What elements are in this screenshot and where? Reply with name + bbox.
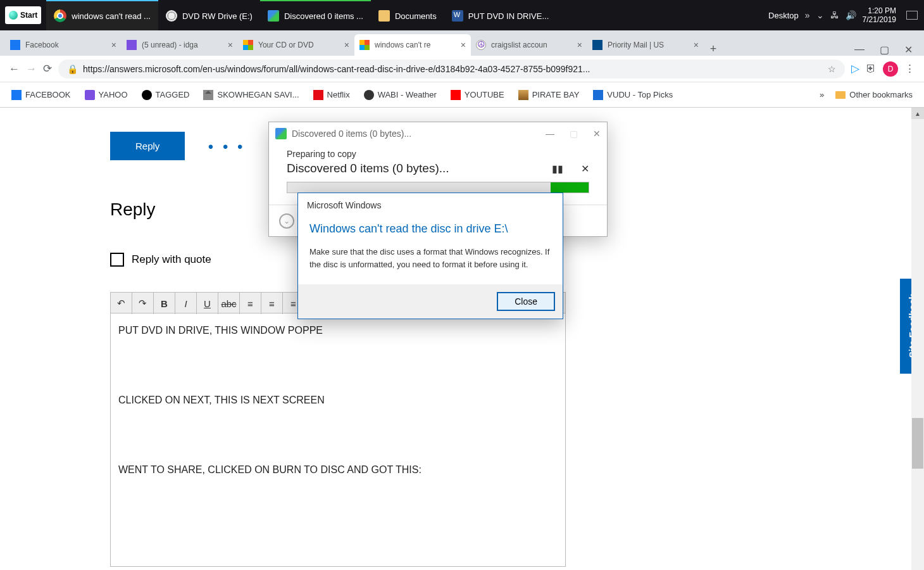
bookmark-vudu[interactable]: VUDU - Top Picks: [593, 90, 673, 100]
dialog-titlebar[interactable]: Microsoft Windows: [298, 193, 563, 217]
taskbar-item-word[interactable]: PUT DVD IN DRIVE...: [444, 0, 557, 30]
align-center-button[interactable]: ≡: [261, 293, 283, 314]
error-dialog: Microsoft Windows Windows can't read the…: [297, 193, 563, 319]
bold-button[interactable]: B: [154, 293, 175, 314]
italic-button[interactable]: I: [175, 293, 197, 314]
close-button[interactable]: Close: [497, 292, 555, 311]
url-input[interactable]: 🔒 https://answers.microsoft.com/en-us/wi…: [58, 60, 845, 79]
tab-usps[interactable]: Priority Mail | US×: [587, 34, 704, 56]
close-icon[interactable]: ✕: [904, 44, 913, 56]
youtube-icon: [451, 90, 461, 100]
bookmark-label: FACEBOOK: [25, 90, 71, 99]
taskbar-item-documents[interactable]: Documents: [371, 0, 444, 30]
menu-icon[interactable]: ⋮: [904, 62, 915, 75]
tab-windows-cant-read[interactable]: windows can't re×: [354, 34, 471, 56]
editor-line: WENT TO SHARE, CLICKED ON BURN TO DISC A…: [118, 464, 558, 476]
extension-icon[interactable]: ▷: [851, 62, 859, 75]
taskbar-item-dvd[interactable]: DVD RW Drive (E:): [158, 0, 260, 30]
desktop-toolbar[interactable]: Desktop: [768, 11, 799, 20]
tab-label: craigslist accoun: [491, 41, 547, 49]
close-icon[interactable]: ×: [111, 40, 116, 50]
cancel-button[interactable]: ✕: [581, 163, 589, 175]
forward-button: →: [26, 63, 37, 75]
close-icon[interactable]: ×: [694, 40, 699, 50]
facebook-icon: [10, 40, 20, 50]
tab-craigslist[interactable]: craigslist accoun×: [471, 34, 587, 56]
reply-button[interactable]: Reply: [110, 132, 185, 160]
other-bookmarks[interactable]: Other bookmarks: [835, 90, 913, 99]
bookmark-label: YOUTUBE: [465, 90, 504, 99]
chevron-icon[interactable]: »: [805, 10, 810, 20]
more-actions-button[interactable]: • • •: [208, 138, 246, 155]
bookmark-tagged[interactable]: TAGGED: [142, 90, 190, 100]
netflix-icon: [313, 90, 323, 100]
align-left-button[interactable]: ≡: [240, 293, 261, 314]
bookmark-youtube[interactable]: YOUTUBE: [451, 90, 504, 100]
folder-icon: [835, 91, 846, 99]
tab-facebook[interactable]: Facebook×: [5, 34, 122, 56]
minimize-icon[interactable]: —: [546, 129, 554, 139]
bookmark-overflow-icon[interactable]: »: [820, 90, 824, 99]
close-icon[interactable]: ×: [577, 40, 582, 50]
bookmark-facebook[interactable]: FACEBOOK: [11, 90, 71, 100]
taskbar-label: DVD RW Drive (E:): [182, 11, 253, 21]
chrome-tab-strip: Facebook× (5 unread) - idga× Your CD or …: [0, 30, 924, 56]
editor-textarea[interactable]: PUT DVD IN DRIVE, THIS WINDOW POPPE CLIC…: [110, 314, 566, 567]
reload-button[interactable]: ⟳: [43, 62, 52, 75]
taskbar-item-copy[interactable]: Discovered 0 items ...: [260, 0, 371, 30]
copy-icon: [275, 128, 287, 139]
folder-icon: [378, 10, 390, 22]
tab-label: Facebook: [25, 41, 59, 49]
tab-cddvd[interactable]: Your CD or DVD×: [238, 34, 354, 56]
undo-button[interactable]: ↶: [111, 293, 132, 314]
maximize-icon: ▢: [570, 129, 578, 139]
bookmark-label: WABI - Weather: [378, 90, 437, 99]
scroll-up-button[interactable]: ▲: [911, 108, 924, 119]
volume-icon[interactable]: 🔊: [846, 10, 856, 20]
bookmarks-bar: FACEBOOK YAHOO TAGGED SKOWHEGAN SAVI... …: [0, 82, 924, 108]
chrome-address-bar: ← → ⟳ 🔒 https://answers.microsoft.com/en…: [0, 56, 924, 82]
vertical-scrollbar[interactable]: ▲: [911, 108, 924, 570]
bookmark-wabi[interactable]: WABI - Weather: [364, 90, 437, 100]
checkbox-icon[interactable]: [110, 253, 124, 267]
system-tray: Desktop » ⌄ 🖧 🔊 1:20 PM7/21/2019: [768, 6, 924, 25]
bookmark-netflix[interactable]: Netflix: [313, 90, 350, 100]
close-icon[interactable]: ×: [461, 40, 466, 50]
maximize-icon[interactable]: ▢: [880, 44, 889, 56]
start-button[interactable]: Start: [5, 6, 41, 24]
notifications-icon[interactable]: [906, 11, 918, 20]
dialog-title: Discovered 0 items (0 bytes)...: [292, 129, 411, 139]
profile-avatar[interactable]: D: [883, 61, 898, 77]
taskbar-item-chrome[interactable]: windows can't read ...: [46, 0, 158, 30]
close-icon[interactable]: ✕: [593, 129, 601, 139]
strikethrough-button[interactable]: abc: [218, 293, 240, 314]
close-icon[interactable]: ×: [228, 40, 233, 50]
bookmark-skowhegan[interactable]: SKOWHEGAN SAVI...: [203, 90, 299, 100]
network-icon[interactable]: 🖧: [830, 10, 839, 20]
url-text: https://answers.microsoft.com/en-us/wind…: [83, 64, 590, 74]
redo-button[interactable]: ↷: [132, 293, 154, 314]
more-details-button[interactable]: ⌄: [279, 213, 294, 229]
new-tab-button[interactable]: +: [704, 42, 723, 56]
bookmark-piratebay[interactable]: PIRATE BAY: [518, 90, 580, 100]
pause-button[interactable]: ▮▮: [552, 163, 563, 175]
microsoft-icon: [243, 40, 253, 50]
scroll-thumb[interactable]: [912, 418, 923, 469]
bookmark-star-icon[interactable]: ☆: [828, 64, 836, 74]
microsoft-icon: [359, 40, 370, 50]
dialog-titlebar[interactable]: Discovered 0 items (0 bytes)... — ▢ ✕: [269, 122, 607, 145]
ship-icon: [518, 90, 528, 100]
word-icon: [452, 10, 463, 22]
shield-icon[interactable]: ⛨: [866, 63, 877, 75]
chevron-down-icon[interactable]: ⌄: [816, 10, 824, 20]
underline-button[interactable]: U: [197, 293, 218, 314]
peace-icon: [476, 40, 486, 50]
close-icon[interactable]: ×: [344, 40, 349, 50]
tab-mail[interactable]: (5 unread) - idga×: [122, 34, 238, 56]
clock[interactable]: 1:20 PM7/21/2019: [863, 6, 896, 25]
minimize-icon[interactable]: —: [854, 44, 865, 56]
bookmark-label: YAHOO: [99, 90, 128, 99]
bookmark-yahoo[interactable]: YAHOO: [85, 90, 128, 100]
back-button[interactable]: ←: [9, 63, 20, 75]
date-label: 7/21/2019: [863, 15, 896, 24]
